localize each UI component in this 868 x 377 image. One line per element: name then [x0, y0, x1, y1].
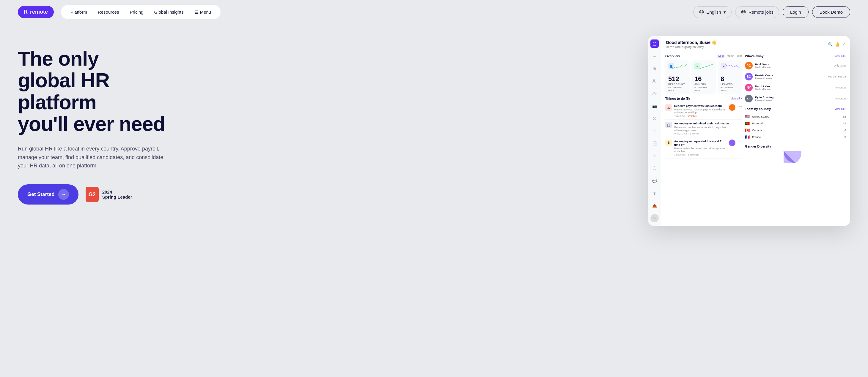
svg-point-7 [653, 92, 655, 94]
whos-away-header: Who's away View all > [745, 54, 846, 58]
logo[interactable]: R remote [18, 6, 54, 18]
todo-content-1: An employee submitted their resignation … [674, 122, 736, 135]
team-by-country-view-all[interactable]: View all > [834, 107, 846, 110]
g2-title-label: Spring Leader [102, 195, 132, 200]
leavers-delta: +2 from last week [720, 86, 739, 92]
todo-icon-0: ⚠ [665, 104, 672, 111]
metric-joiners: ✓ 16 JOINERS +5 from last week [691, 60, 716, 94]
navbar-right: English ▾ Remote jobs Login Book Demo [693, 6, 850, 18]
away-info-3: Kylie Rowling Personal leave [755, 96, 773, 102]
sidebar-icon-heart: ♡ [650, 127, 659, 135]
sidebar-icon-home [650, 39, 659, 48]
country-count-ca: 6 [844, 129, 846, 132]
navbar: R remote Platform Resources Pricing Glob… [0, 0, 868, 24]
dashboard-main: Good afternoon, Susie 👋 Here's what's go… [661, 36, 850, 226]
sidebar-icon-clock [650, 114, 659, 123]
todos-view-all[interactable]: View all > [731, 97, 742, 100]
todo-more-1[interactable]: ··· [739, 122, 742, 126]
gender-chart [783, 151, 807, 163]
away-type-2: Medical leave [755, 88, 771, 91]
whos-away-title: Who's away [745, 54, 764, 58]
sidebar-icon-camera: 📷 [650, 102, 659, 110]
todo-avatar-2 [729, 139, 736, 146]
sidebar-icon-dollar: $ [650, 189, 659, 197]
nav-link-resources[interactable]: Resources [93, 7, 124, 17]
country-name-ca: Canada [752, 129, 842, 132]
nav-menu[interactable]: ☰ Menu [190, 7, 216, 17]
headcount-number: 512 [668, 75, 687, 83]
dashboard-content: Overview Week Month Year [661, 52, 850, 166]
dashboard-left-col: Overview Week Month Year [665, 54, 742, 163]
nav-link-pricing[interactable]: Pricing [125, 7, 148, 17]
flag-fr: 🇫🇷 [745, 135, 750, 139]
todo-item-1: 📋 An employee submitted their resignatio… [665, 119, 742, 137]
sidebar-icon-star: ☆ [650, 152, 659, 160]
dashboard-right-col: Who's away View all > PG Paul Grant Medi… [745, 54, 846, 163]
todo-more-0[interactable]: ··· [739, 104, 742, 108]
sidebar-icon-shield [650, 164, 659, 172]
leavers-number: 8 [720, 75, 739, 83]
away-date-3: Tomorrow [835, 97, 846, 100]
remote-jobs-label: Remote jobs [748, 9, 773, 14]
tab-year[interactable]: Year [737, 54, 742, 58]
headcount-chart [673, 63, 687, 72]
book-demo-button[interactable]: Book Demo [812, 6, 850, 18]
joiners-chart [699, 63, 713, 72]
country-name-pt: Portugal [752, 122, 840, 125]
login-button[interactable]: Login [783, 6, 809, 18]
logo-text: remote [30, 9, 48, 15]
remote-jobs-button[interactable]: Remote jobs [735, 6, 779, 18]
todo-more-2[interactable]: ··· [739, 139, 742, 144]
sidebar-icon-document: 📄 [650, 139, 659, 147]
todos-header: Things to do (5) View all > [665, 97, 742, 100]
tab-week[interactable]: Week [718, 54, 724, 58]
away-name-2: Narobi Yan [755, 84, 771, 88]
away-avatar-0: PG [745, 62, 753, 69]
todo-desc-2: Please review the request and either app… [674, 147, 726, 153]
sidebar-icon-inbox: 📥 [650, 202, 659, 210]
dashboard-greeting: Good afternoon, Susie 👋 [666, 40, 717, 45]
country-item-1: 🇵🇹 Portugal 32 [745, 120, 846, 127]
away-avatar-3: KR [745, 95, 753, 102]
away-name-1: Beatriz Costa [755, 74, 773, 77]
language-label: English [707, 9, 721, 14]
g2-text: 2024 Spring Leader [102, 190, 132, 200]
hero-cta: Get Started → G2 2024 Spring Leader [18, 184, 190, 205]
language-button[interactable]: English ▾ [693, 6, 732, 18]
nav-link-platform[interactable]: Platform [66, 7, 92, 17]
sidebar-icon-arrow: → [650, 52, 659, 60]
away-item-3: KR Kylie Rowling Personal leave Tomorrow [745, 93, 846, 104]
gender-diversity: Gender Diversity [745, 143, 846, 163]
country-count-fr: 5 [844, 135, 846, 139]
todo-meta-0: Tue, 9 Jun • Overdue [674, 114, 726, 117]
away-type-0: Medical leave [755, 66, 771, 69]
search-icon: 🔍 [828, 42, 833, 46]
headcount-delta: +10 from last week [668, 86, 687, 92]
tab-month[interactable]: Month [727, 54, 734, 58]
metrics-grid: 👤 512 HEADCOUNT +10 from last week [665, 60, 742, 94]
dashboard-preview: → ⊞ 📷 [648, 36, 850, 226]
metric-leavers: ↗ 8 LEAVERS +2 from last week [718, 60, 742, 94]
leavers-chart [725, 63, 740, 72]
away-info-0: Paul Grant Medical leave [755, 63, 771, 69]
language-chevron-icon: ▾ [723, 9, 726, 15]
country-item-2: 🇨🇦 Canada 6 [745, 127, 846, 134]
todo-meta-2: 1 hour ago • 6 days left [674, 153, 726, 156]
sidebar-icon-users [650, 77, 659, 85]
svg-point-6 [653, 79, 655, 81]
dashboard-header: Good afternoon, Susie 👋 Here's what's go… [661, 36, 850, 52]
nav-links: Platform Resources Pricing Global Insigh… [61, 5, 221, 19]
sidebar-icon-chat: 💬 [650, 177, 659, 185]
team-by-country-title: Team by country [745, 107, 771, 111]
flag-ca: 🇨🇦 [745, 128, 750, 132]
get-started-button[interactable]: Get Started → [18, 184, 79, 205]
nav-link-global-insights[interactable]: Global Insights [149, 7, 188, 17]
todo-item-2: 🗓 An employee requested to cancel 7 time… [665, 137, 742, 159]
hero-left: The only global HR platform you'll ever … [18, 36, 190, 205]
flag-us: 🇺🇸 [745, 114, 750, 119]
team-by-country: Team by country View all > 🇺🇸 United Sta… [745, 107, 846, 140]
whos-away-view-all[interactable]: View all > [834, 55, 846, 58]
away-item-0: PG Paul Grant Medical leave Only today [745, 60, 846, 71]
leavers-label: LEAVERS [720, 83, 739, 85]
metric-headcount: 👤 512 HEADCOUNT +10 from last week [665, 60, 690, 94]
